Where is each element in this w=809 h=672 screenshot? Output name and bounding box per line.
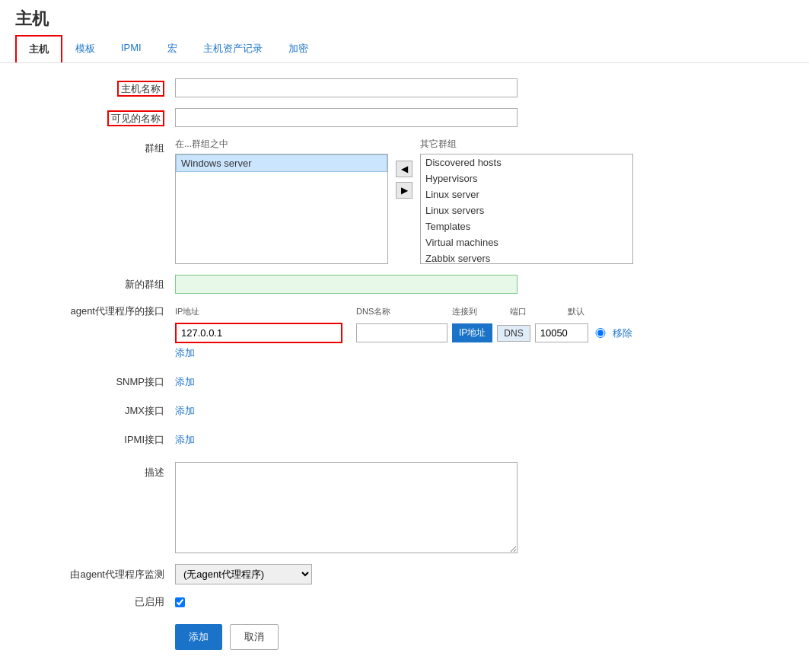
ipmi-row: IPMI接口 添加 <box>23 433 786 447</box>
col-dns-header: DNS名称 <box>356 306 447 317</box>
tab-macro[interactable]: 宏 <box>154 35 190 62</box>
in-groups-sublabel: 在...群组之中 <box>175 138 388 151</box>
new-group-input[interactable] <box>175 275 518 294</box>
desc-textarea[interactable] <box>175 462 518 553</box>
ipmi-add-link[interactable]: 添加 <box>175 433 195 447</box>
other-groups-sublabel: 其它群组 <box>420 138 633 151</box>
new-group-label: 新的群组 <box>23 278 175 291</box>
in-groups-col: 在...群组之中 Windows server <box>175 138 388 264</box>
tab-ipmi[interactable]: IPMI <box>108 35 154 62</box>
jmx-add-link[interactable]: 添加 <box>175 404 195 418</box>
other-group-item[interactable]: Hypervisors <box>421 170 632 186</box>
desc-row: 描述 <box>23 462 786 553</box>
groups-section: 群组 在...群组之中 Windows server ◀ ▶ 其它群组 Disc… <box>23 138 786 264</box>
snmp-add-link[interactable]: 添加 <box>175 375 195 389</box>
new-group-row: 新的群组 <box>23 275 786 294</box>
agent-header-row: agent代理程序的接口 IP地址 DNS名称 连接到 端口 默认 <box>23 304 786 318</box>
content-area: 主机名称 可见的名称 群组 在...群组之中 Windows server ◀ … <box>0 63 809 672</box>
agent-dns-input[interactable] <box>356 323 447 342</box>
visible-name-control <box>175 108 556 127</box>
hostname-row: 主机名称 <box>23 78 786 97</box>
remove-link[interactable]: 移除 <box>613 326 632 340</box>
other-group-item[interactable]: Zabbix servers <box>421 250 632 264</box>
other-group-list[interactable]: Discovered hosts Hypervisors Linux serve… <box>420 154 633 264</box>
default-radio[interactable] <box>593 328 608 338</box>
monitor-label: 由agent代理程序监测 <box>23 564 175 581</box>
connect-dns-button[interactable]: DNS <box>497 325 530 342</box>
tab-host[interactable]: 主机 <box>15 35 62 62</box>
agent-input-row: IP地址 DNS 移除 <box>175 323 786 343</box>
enabled-checkbox[interactable] <box>175 597 185 607</box>
other-group-item[interactable]: Linux server <box>421 186 632 202</box>
page-header: 主机 主机 模板 IPMI 宏 主机资产记录 加密 <box>0 0 809 63</box>
in-group-list[interactable]: Windows server <box>175 154 388 264</box>
hostname-label: 主机名称 <box>23 78 175 96</box>
other-group-item[interactable]: Discovered hosts <box>421 154 632 170</box>
agent-columns: IP地址 DNS名称 连接到 端口 默认 <box>175 306 606 317</box>
visible-name-row: 可见的名称 <box>23 108 786 127</box>
tabs: 主机 模板 IPMI 宏 主机资产记录 加密 <box>15 35 794 62</box>
port-input[interactable] <box>535 323 588 342</box>
hostname-input[interactable] <box>175 78 518 97</box>
col-ip-header: IP地址 <box>175 306 342 317</box>
visible-name-input[interactable] <box>175 108 518 127</box>
visible-name-label: 可见的名称 <box>23 108 175 126</box>
group-arrows: ◀ ▶ <box>396 161 412 199</box>
arrow-right-btn[interactable]: ▶ <box>396 182 412 199</box>
enabled-row: 已启用 <box>23 595 786 609</box>
tab-asset[interactable]: 主机资产记录 <box>190 35 276 62</box>
col-default-header: 默认 <box>568 306 606 317</box>
enabled-label: 已启用 <box>23 595 175 609</box>
groups-label: 群组 <box>23 138 175 155</box>
jmx-row: JMX接口 添加 <box>23 404 786 418</box>
jmx-label: JMX接口 <box>23 404 175 418</box>
snmp-label: SNMP接口 <box>23 375 175 389</box>
arrow-left-btn[interactable]: ◀ <box>396 161 412 177</box>
tab-template[interactable]: 模板 <box>62 35 108 62</box>
connect-ip-button[interactable]: IP地址 <box>452 323 492 342</box>
hostname-control <box>175 78 556 97</box>
groups-container: 在...群组之中 Windows server ◀ ▶ 其它群组 Discove… <box>175 138 633 264</box>
agent-add-link[interactable]: 添加 <box>175 347 195 358</box>
monitor-select[interactable]: (无agent代理程序) agent1 agent2 <box>175 564 312 584</box>
other-groups-col: 其它群组 Discovered hosts Hypervisors Linux … <box>420 138 633 264</box>
other-group-item[interactable]: Linux servers <box>421 202 632 218</box>
desc-label: 描述 <box>23 462 175 479</box>
action-row: 添加 取消 <box>175 624 786 650</box>
agent-ip-input[interactable] <box>175 323 342 343</box>
col-connect-header: 连接到 <box>452 306 505 317</box>
add-button[interactable]: 添加 <box>175 624 222 650</box>
ipmi-label: IPMI接口 <box>23 433 175 447</box>
agent-label: agent代理程序的接口 <box>23 304 175 318</box>
tab-encrypt[interactable]: 加密 <box>276 35 321 62</box>
page-title: 主机 <box>15 8 794 30</box>
cancel-button[interactable]: 取消 <box>230 624 279 650</box>
other-group-item[interactable]: Templates <box>421 218 632 234</box>
in-group-item[interactable]: Windows server <box>176 154 387 172</box>
monitor-row: 由agent代理程序监测 (无agent代理程序) agent1 agent2 <box>23 564 786 584</box>
col-port-header: 端口 <box>510 306 563 317</box>
snmp-row: SNMP接口 添加 <box>23 375 786 389</box>
other-group-item[interactable]: Virtual machines <box>421 234 632 250</box>
